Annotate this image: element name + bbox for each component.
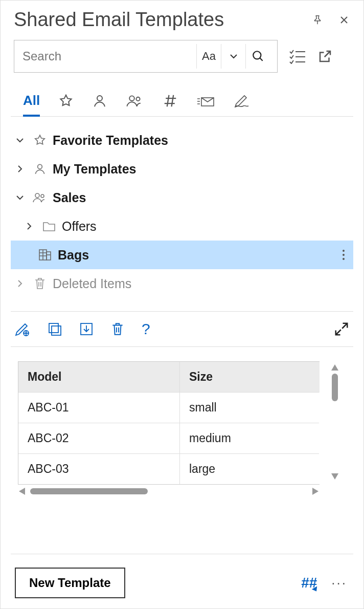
svg-point-5 [38, 164, 42, 169]
tab-mail-merge[interactable] [196, 85, 215, 116]
window-controls [311, 14, 350, 26]
svg-point-11 [343, 254, 345, 256]
insert-macro-button[interactable]: ## [301, 575, 317, 591]
scroll-thumb[interactable] [30, 488, 148, 494]
edit-web-icon[interactable] [15, 321, 30, 337]
tree-label: Offers [62, 219, 97, 234]
tree-node-sales[interactable]: Sales [11, 183, 353, 212]
svg-point-6 [35, 193, 39, 198]
person-icon [32, 162, 48, 176]
chevron-right-icon [22, 222, 36, 231]
copy-icon[interactable] [48, 321, 62, 337]
tab-favorites[interactable] [58, 85, 74, 116]
match-case-button[interactable]: Aa [196, 44, 221, 69]
table-row: ABC-02 medium [18, 423, 320, 454]
svg-point-10 [343, 250, 345, 252]
footer: New Template ## ··· [11, 554, 353, 598]
star-icon [32, 134, 48, 147]
tree-label: Deleted Items [53, 276, 131, 291]
svg-point-7 [41, 194, 44, 198]
search-row: Aa [11, 40, 353, 73]
page-title: Shared Email Templates [14, 9, 224, 31]
svg-point-3 [136, 97, 140, 100]
tree-node-my-templates[interactable]: My Templates [11, 155, 353, 183]
trash-icon[interactable] [111, 321, 124, 337]
pin-icon[interactable] [311, 14, 324, 26]
tree-label: My Templates [53, 162, 136, 177]
cell-model: ABC-03 [18, 454, 180, 484]
table-row: ABC-03 large [18, 454, 320, 484]
vertical-scrollbar[interactable] [330, 364, 340, 480]
team-icon [32, 191, 48, 204]
svg-point-1 [97, 96, 102, 101]
help-button[interactable]: ? [142, 321, 150, 337]
table-row: ABC-01 small [18, 393, 320, 423]
more-options-button[interactable]: ··· [329, 575, 349, 591]
tree-node-favorite[interactable]: Favorite Templates [11, 126, 353, 155]
new-template-button[interactable]: New Template [15, 568, 125, 598]
cell-size: small [180, 393, 319, 423]
table-header: Model Size [18, 362, 320, 393]
chevron-down-icon[interactable] [221, 44, 245, 69]
cell-size: large [180, 454, 319, 484]
chevron-right-icon [13, 279, 27, 288]
tab-team[interactable] [126, 85, 144, 116]
trash-icon [32, 277, 48, 290]
tab-signatures[interactable] [233, 85, 251, 116]
open-external-icon[interactable] [317, 49, 333, 64]
cell-model: ABC-01 [18, 393, 180, 423]
tree-label: Sales [53, 190, 86, 205]
datasheet-icon [37, 249, 53, 261]
chevron-down-icon [13, 193, 27, 202]
tree-node-offers[interactable]: Offers [11, 212, 353, 241]
header: Shared Email Templates [11, 6, 353, 31]
svg-rect-15 [52, 326, 61, 335]
tree-node-deleted[interactable]: Deleted Items [11, 269, 353, 298]
svg-point-2 [129, 96, 134, 101]
templates-tree: Favorite Templates My Templates Sales [11, 126, 353, 298]
folder-icon [41, 221, 57, 232]
kebab-menu-icon[interactable] [342, 249, 350, 260]
tree-label: Favorite Templates [53, 133, 168, 148]
checklist-icon[interactable] [289, 49, 306, 64]
import-icon[interactable] [79, 321, 94, 337]
svg-point-0 [253, 51, 261, 59]
column-header-size: Size [180, 362, 319, 393]
preview-table: Model Size ABC-01 small ABC-02 medium AB… [18, 361, 320, 485]
expand-icon[interactable] [334, 321, 349, 337]
shared-email-templates-pane: Shared Email Templates Aa [0, 0, 364, 609]
search-input[interactable] [21, 49, 196, 64]
svg-point-12 [343, 258, 345, 260]
filter-tabs: All [11, 85, 353, 117]
search-icon[interactable] [245, 44, 270, 69]
horizontal-scrollbar[interactable] [18, 485, 320, 495]
cell-model: ABC-02 [18, 423, 180, 454]
tree-label: Bags [58, 248, 89, 263]
cell-size: medium [180, 423, 319, 454]
template-preview: Model Size ABC-01 small ABC-02 medium AB… [11, 361, 353, 495]
tab-personal[interactable] [92, 85, 107, 116]
tree-node-bags[interactable]: Bags [11, 241, 353, 269]
search-box: Aa [14, 40, 278, 73]
tab-hashtag[interactable] [163, 85, 178, 116]
preview-toolbar: ? [11, 311, 353, 347]
scroll-thumb[interactable] [332, 374, 338, 401]
tab-all[interactable]: All [23, 85, 40, 116]
chevron-down-icon [13, 136, 27, 145]
chevron-right-icon [13, 164, 27, 173]
svg-rect-14 [49, 323, 58, 333]
column-header-model: Model [18, 362, 180, 393]
svg-rect-9 [47, 252, 51, 260]
close-icon[interactable] [338, 14, 350, 26]
